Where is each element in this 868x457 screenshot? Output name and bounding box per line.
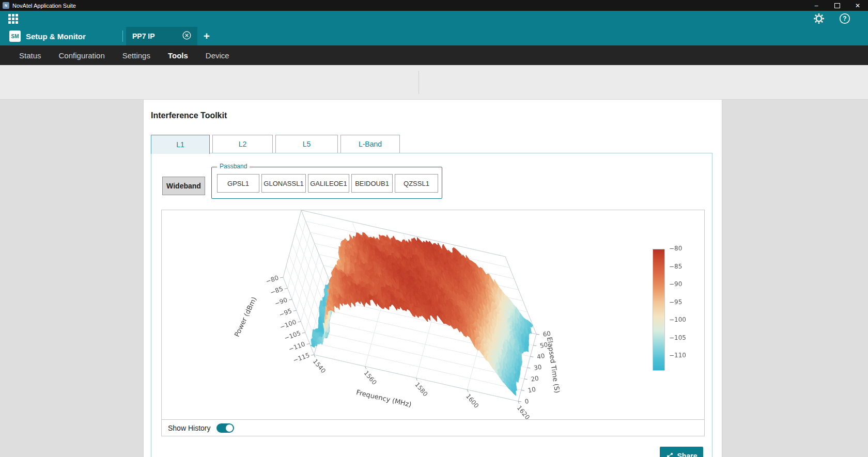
interference-plot — [161, 210, 705, 420]
page-title: Interference Toolkit — [151, 111, 227, 120]
passband-button-galileoe1[interactable]: GALILEOE1 — [308, 174, 349, 193]
setup-monitor-badge: SM — [9, 30, 21, 42]
share-icon — [666, 452, 674, 457]
app-icon: N — [3, 2, 9, 9]
minimize-button[interactable]: – — [806, 0, 827, 11]
add-tab-button[interactable]: + — [200, 27, 213, 45]
status-divider — [419, 71, 419, 94]
svg-text:?: ? — [843, 15, 846, 22]
window-titlebar: N NovAtel Application Suite – ✕ — [0, 0, 868, 11]
main-nav: Status Configuration Settings Tools Devi… — [0, 45, 868, 65]
tab-l1[interactable]: L1 — [151, 135, 210, 154]
nav-item-device[interactable]: Device — [206, 51, 229, 60]
nav-item-settings[interactable]: Settings — [122, 51, 150, 60]
content-panel: Interference Toolkit L1 L2 L5 L-Band Wid… — [143, 100, 722, 457]
passband-group: Passband GPSL1 GLONASSL1 GALILEOE1 BEIDO… — [211, 167, 442, 199]
app-name: Setup & Monitor — [26, 27, 86, 45]
toggle-knob — [226, 424, 233, 432]
nav-item-tools[interactable]: Tools — [168, 51, 188, 60]
tab-separator — [122, 30, 123, 42]
close-tab-icon[interactable] — [182, 31, 191, 42]
spectrum-3d-canvas[interactable] — [162, 210, 704, 419]
receiver-statusbar: Position Latitude Longitude Single 57.23… — [0, 65, 868, 100]
show-history-label: Show History — [168, 424, 210, 432]
close-window-button[interactable]: ✕ — [847, 0, 868, 11]
share-button[interactable]: Share — [660, 447, 703, 457]
device-tab-label: PP7 IP — [132, 32, 155, 40]
tab-l5[interactable]: L5 — [275, 135, 338, 153]
restore-button[interactable] — [827, 0, 847, 11]
passband-button-glonassl1[interactable]: GLONASSL1 — [261, 174, 306, 193]
workspace-tabbar: SM Setup & Monitor PP7 IP + — [0, 27, 868, 45]
nav-item-status[interactable]: Status — [19, 51, 41, 60]
share-label: Share — [677, 452, 698, 457]
tab-lband[interactable]: L-Band — [340, 135, 400, 153]
passband-button-qzssl1[interactable]: QZSSL1 — [395, 174, 438, 193]
app-header: ? — [0, 11, 868, 27]
passband-button-gpsl1[interactable]: GPSL1 — [217, 174, 259, 193]
window-title: NovAtel Application Suite — [12, 3, 76, 9]
tab-l2[interactable]: L2 — [212, 135, 273, 153]
device-tab[interactable]: PP7 IP — [126, 27, 197, 45]
show-history-toggle[interactable] — [216, 423, 234, 433]
help-icon[interactable]: ? — [839, 13, 850, 26]
app-grid-icon[interactable] — [8, 14, 18, 24]
wideband-button[interactable]: Wideband — [162, 177, 205, 195]
interference-toolkit-container: Wideband Passband GPSL1 GLONASSL1 GALILE… — [151, 153, 712, 457]
restore-icon — [834, 3, 840, 8]
gear-icon[interactable] — [813, 13, 825, 26]
passband-legend: Passband — [217, 163, 250, 170]
show-history-bar: Show History — [161, 419, 705, 436]
passband-button-beidoub1[interactable]: BEIDOUB1 — [351, 174, 393, 193]
nav-item-configuration[interactable]: Configuration — [59, 51, 105, 60]
